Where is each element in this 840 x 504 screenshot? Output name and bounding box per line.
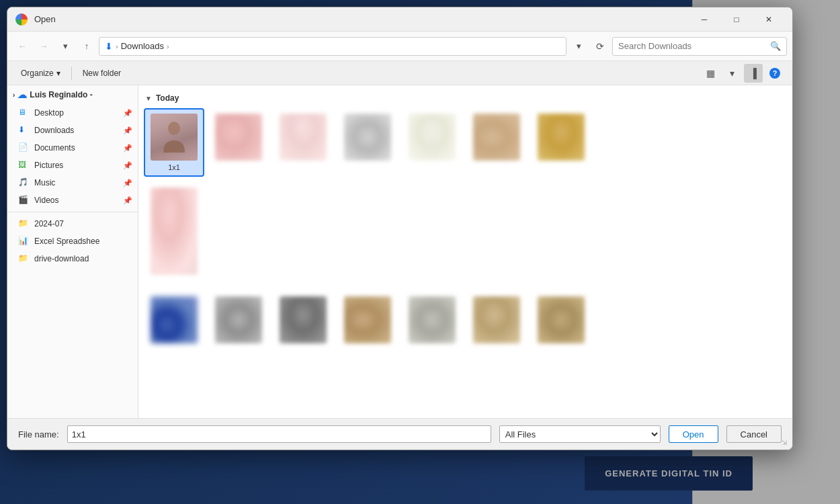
maximize-button[interactable]: □: [721, 9, 752, 30]
close-button[interactable]: ✕: [753, 9, 784, 30]
file-name-1x1: 1x1: [168, 163, 180, 171]
documents-icon: 📄: [18, 142, 29, 153]
file-item-r3-5[interactable]: [402, 291, 462, 351]
section-chevron-icon: ▼: [145, 95, 152, 102]
dialog-overlay: Open ─ □ ✕ ← → ▾ ↑ ⬇ ›: [0, 0, 840, 504]
sidebar-item-excel[interactable]: 📊 Excel Spreadshee: [7, 233, 138, 250]
videos-pin-icon: 📌: [123, 196, 132, 205]
forward-icon: →: [40, 41, 48, 51]
path-download-icon: ⬇: [105, 41, 113, 52]
videos-icon: 🎬: [18, 195, 29, 206]
back-icon: ←: [18, 41, 27, 51]
organize-button[interactable]: Organize ▾: [15, 66, 66, 81]
path-dropdown-button[interactable]: ▾: [569, 37, 588, 56]
sidebar-item-drive-download[interactable]: 📁 drive-download: [7, 250, 138, 267]
nav-cloud-section[interactable]: › ☁ Luis Reginaldo -: [7, 85, 138, 104]
sidebar-item-videos[interactable]: 🎬 Videos 📌: [7, 192, 138, 209]
title-controls: ─ □ ✕: [689, 9, 784, 30]
address-path[interactable]: ⬇ › Downloads ›: [99, 37, 566, 56]
filename-input[interactable]: [67, 425, 491, 443]
svg-point-0: [168, 122, 180, 135]
file-item-7[interactable]: [531, 108, 591, 177]
help-button[interactable]: ?: [765, 64, 784, 83]
up-icon: ↑: [85, 41, 89, 51]
minimize-button[interactable]: ─: [689, 9, 720, 30]
nav-panel: › ☁ Luis Reginaldo - 🖥 Desktop 📌 ⬇ Downl…: [7, 85, 138, 418]
sidebar-item-music[interactable]: 🎵 Music 📌: [7, 174, 138, 192]
grid-view-icon: ▦: [706, 68, 715, 79]
dropdown-button[interactable]: ▾: [56, 37, 75, 56]
view-icon-button[interactable]: ▦: [701, 64, 720, 83]
open-button[interactable]: Open: [669, 425, 718, 443]
file-browser: ▼ Today 1x1: [138, 85, 792, 418]
downloads-pin-icon: 📌: [123, 126, 132, 135]
downloads-icon: ⬇: [18, 125, 29, 136]
sidebar-item-desktop[interactable]: 🖥 Desktop 📌: [7, 104, 138, 122]
file-item-5[interactable]: [402, 108, 462, 177]
filename-label: File name:: [18, 429, 59, 439]
view-dropdown-button[interactable]: ▾: [722, 64, 741, 83]
dropdown-icon: ▾: [63, 41, 68, 51]
videos-label: Videos: [34, 196, 58, 205]
drive-download-icon: 📁: [18, 253, 29, 264]
search-input[interactable]: [618, 41, 766, 51]
file-item-r3-3[interactable]: [273, 291, 333, 351]
title-bar: Open ─ □ ✕: [7, 7, 792, 32]
folder-2024-07-label: 2024-07: [34, 219, 64, 228]
toolbar: Organize ▾ New folder ▦ ▾ ▐ ?: [7, 61, 792, 85]
file-thumb-r3-2: [215, 296, 262, 343]
back-button[interactable]: ←: [13, 37, 32, 56]
new-folder-button[interactable]: New folder: [77, 66, 126, 81]
today-label: Today: [156, 93, 179, 103]
refresh-button[interactable]: ⟳: [591, 37, 610, 56]
music-label: Music: [34, 178, 55, 187]
filetype-select[interactable]: All Files: [499, 425, 661, 443]
file-thumb-r2-1: [151, 187, 198, 275]
list-view-button[interactable]: ▐: [744, 64, 763, 83]
file-thumb-4: [344, 114, 391, 161]
file-item-r3-2[interactable]: [208, 291, 269, 351]
documents-label: Documents: [34, 143, 75, 153]
file-item-3[interactable]: [273, 108, 333, 177]
file-item-6[interactable]: [466, 108, 527, 177]
title-bar-left: Open: [15, 13, 56, 26]
sidebar-item-2024-07[interactable]: 📁 2024-07: [7, 215, 138, 233]
file-item-2[interactable]: [208, 108, 269, 177]
sidebar-item-pictures[interactable]: 🖼 Pictures 📌: [7, 157, 138, 174]
folder-2024-07-icon: 📁: [18, 218, 29, 229]
file-thumb-3: [280, 114, 327, 161]
help-icon: ?: [769, 68, 780, 79]
desktop-icon: 🖥: [18, 108, 29, 118]
resize-handle[interactable]: ⇲: [782, 439, 790, 447]
file-item-1x1[interactable]: 1x1: [144, 108, 204, 177]
documents-pin-icon: 📌: [123, 144, 132, 153]
file-thumb-5: [409, 114, 456, 161]
refresh-icon: ⟳: [596, 41, 604, 52]
path-chevron-2: ›: [167, 42, 169, 50]
sidebar-item-documents[interactable]: 📄 Documents 📌: [7, 139, 138, 157]
desktop-label: Desktop: [34, 108, 64, 118]
excel-label: Excel Spreadshee: [34, 237, 99, 246]
toolbar-separator: [71, 67, 72, 80]
forward-button[interactable]: →: [34, 37, 53, 56]
pin-icon: 📌: [123, 109, 132, 118]
file-item-r3-4[interactable]: [337, 291, 398, 351]
cloud-icon: ☁: [17, 89, 27, 100]
file-item-r3-6[interactable]: [466, 291, 527, 351]
file-item-r3-7[interactable]: [531, 291, 591, 351]
organize-label: Organize: [21, 69, 54, 78]
file-thumb-r3-6: [473, 296, 520, 343]
up-button[interactable]: ↑: [77, 37, 96, 56]
view-dropdown-icon: ▾: [730, 68, 734, 79]
file-item-r3-1[interactable]: [144, 291, 204, 351]
sidebar-item-downloads[interactable]: ⬇ Downloads 📌: [7, 122, 138, 139]
file-grid-row1: 1x1: [144, 108, 787, 182]
file-item-r2-1[interactable]: [144, 182, 204, 283]
file-thumb-2: [215, 114, 262, 161]
file-item-4[interactable]: [337, 108, 398, 177]
cancel-button[interactable]: Cancel: [726, 425, 782, 443]
path-chevron-1: ›: [116, 42, 118, 50]
file-thumb-r3-1: [151, 296, 198, 343]
file-thumb-r3-4: [344, 296, 391, 343]
file-thumb-r3-3: [280, 296, 327, 343]
